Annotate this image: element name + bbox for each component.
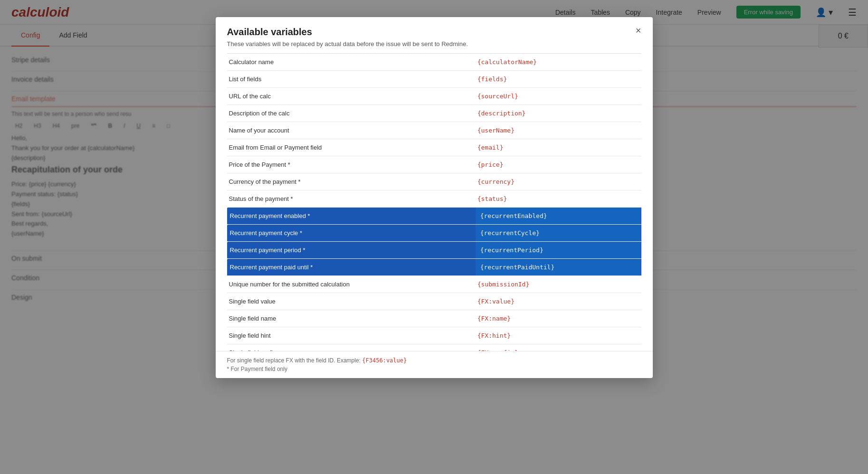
var-code: {FX:hint} [476, 327, 641, 344]
footer-example-code: {F3456:value} [362, 357, 407, 364]
modal-footer: For single field replace FX with the fie… [216, 351, 653, 378]
var-label: List of fields [227, 71, 476, 88]
var-label: Status of the payment * [227, 190, 476, 208]
var-label: Recurrent payment enabled * [227, 208, 476, 225]
var-code: {FX:prefix} [476, 344, 641, 351]
var-label: Description of the calc [227, 105, 476, 122]
var-code: {submissionId} [476, 276, 641, 293]
var-label: Single field prefix [227, 344, 476, 351]
table-row: Recurrent payment enabled * {recurrentEn… [227, 208, 641, 225]
var-code: {recurrentCycle} [476, 225, 641, 242]
var-label: Single field name [227, 310, 476, 327]
table-row: URL of the calc {sourceUrl} [227, 88, 641, 105]
var-label: Calculator name [227, 54, 476, 71]
var-code: {FX:name} [476, 310, 641, 327]
table-row: Recurrent payment period * {recurrentPer… [227, 242, 641, 259]
var-code: {currency} [476, 173, 641, 190]
var-label: Currency of the payment * [227, 173, 476, 190]
table-row: Description of the calc {description} [227, 105, 641, 122]
var-code: {email} [476, 139, 641, 156]
var-label: Name of your account [227, 122, 476, 139]
table-row: Single field name {FX:name} [227, 310, 641, 327]
table-row: Status of the payment * {status} [227, 190, 641, 208]
table-row: Name of your account {userName} [227, 122, 641, 139]
table-row: List of fields {fields} [227, 71, 641, 88]
table-row: Unique number for the submitted calculat… [227, 276, 641, 293]
table-row: Single field hint {FX:hint} [227, 327, 641, 344]
table-row: Single field prefix {FX:prefix} [227, 344, 641, 351]
table-row: Recurrent payment paid until * {recurren… [227, 259, 641, 276]
modal-title: Available variables [227, 27, 641, 38]
var-label: Recurrent payment paid until * [227, 259, 476, 276]
table-row: Currency of the payment * {currency} [227, 173, 641, 190]
modal-header: Available variables These variables will… [216, 17, 653, 53]
var-label: Single field value [227, 293, 476, 310]
var-code: {userName} [476, 122, 641, 139]
footer-note: * For Payment field only [227, 366, 641, 372]
modal-body[interactable]: Calculator name {calculatorName} List of… [216, 54, 653, 351]
var-label: Recurrent payment period * [227, 242, 476, 259]
var-label: Recurrent payment cycle * [227, 225, 476, 242]
table-row: Price of the Payment * {price} [227, 156, 641, 173]
var-code: {FX:value} [476, 293, 641, 310]
table-row: Recurrent payment cycle * {recurrentCycl… [227, 225, 641, 242]
modal-subtitle: These variables will be replaced by actu… [227, 40, 641, 47]
var-code: {recurrentPeriod} [476, 242, 641, 259]
var-label: Email from Email or Payment field [227, 139, 476, 156]
table-row: Single field value {FX:value} [227, 293, 641, 310]
var-code: {recurrentPaidUntil} [476, 259, 641, 276]
var-code: {sourceUrl} [476, 88, 641, 105]
table-row: Calculator name {calculatorName} [227, 54, 641, 71]
var-label: Unique number for the submitted calculat… [227, 276, 476, 293]
var-code: {status} [476, 190, 641, 208]
variables-table: Calculator name {calculatorName} List of… [227, 54, 641, 351]
var-code: {calculatorName} [476, 54, 641, 71]
footer-example-text: For single field replace FX with the fie… [227, 357, 361, 364]
var-label: Single field hint [227, 327, 476, 344]
var-code: {price} [476, 156, 641, 173]
variables-modal: Available variables These variables will… [216, 17, 653, 378]
var-code: {description} [476, 105, 641, 122]
var-label: URL of the calc [227, 88, 476, 105]
modal-close-button[interactable]: × [632, 24, 645, 37]
var-code: {recurrentEnabled} [476, 208, 641, 225]
var-label: Price of the Payment * [227, 156, 476, 173]
var-code: {fields} [476, 71, 641, 88]
table-row: Email from Email or Payment field {email… [227, 139, 641, 156]
